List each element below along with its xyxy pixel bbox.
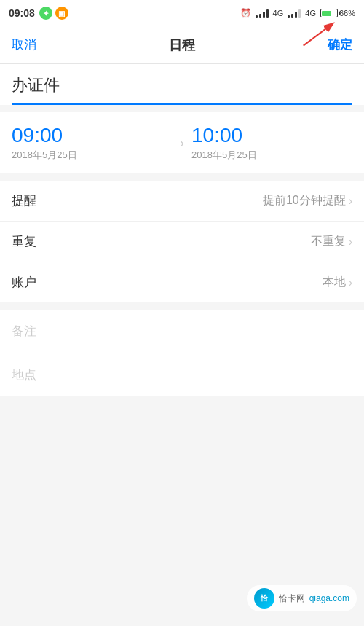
location-row[interactable]: 地点: [0, 353, 364, 396]
status-bar: 09:08 ✦ ▣ ⏰ 4G 4G 66%: [0, 0, 364, 26]
cancel-button[interactable]: 取消: [12, 36, 36, 53]
network-2g: 4G: [305, 9, 316, 17]
repeat-value-container: 不重复 ›: [311, 234, 352, 249]
start-time-block[interactable]: 09:00 2018年5月25日: [12, 124, 173, 162]
placeholder-section: 备注 地点: [0, 310, 364, 396]
watermark: 恰 恰卡网 qiaga.com: [247, 585, 357, 611]
end-time-value: 10:00: [191, 124, 352, 147]
status-icons: ✦ ▣: [39, 7, 68, 20]
reminder-row[interactable]: 提醒 提前10分钟提醒 ›: [0, 181, 364, 222]
battery: 66%: [320, 9, 355, 17]
time-display: 09:08: [9, 7, 35, 19]
repeat-row[interactable]: 重复 不重复 ›: [0, 222, 364, 262]
watermark-logo-text: 恰: [261, 593, 268, 603]
icon-green: ✦: [39, 7, 52, 20]
time-arrow-icon: ›: [173, 136, 191, 151]
icon-orange: ▣: [55, 7, 68, 20]
location-placeholder: 地点: [12, 368, 36, 382]
end-time-block[interactable]: 10:00 2018年5月25日: [191, 124, 352, 162]
repeat-value: 不重复: [311, 234, 346, 249]
signal-bars: [256, 8, 269, 18]
reminder-label: 提醒: [12, 192, 36, 209]
reminder-chevron-icon: ›: [349, 195, 352, 208]
account-value: 本地: [323, 275, 346, 290]
account-chevron-icon: ›: [349, 276, 352, 289]
start-time-date: 2018年5月25日: [12, 149, 173, 162]
end-time-date: 2018年5月25日: [191, 149, 352, 162]
signal-bars-2: [288, 8, 301, 18]
watermark-domain: 恰卡网: [279, 592, 305, 605]
confirm-button[interactable]: 确定: [328, 36, 352, 53]
title-section: [0, 64, 364, 105]
time-section: 09:00 2018年5月25日 › 10:00 2018年5月25日: [0, 112, 364, 173]
event-title-input[interactable]: [12, 76, 352, 105]
account-row[interactable]: 账户 本地 ›: [0, 262, 364, 302]
start-time-value: 09:00: [12, 124, 173, 147]
repeat-label: 重复: [12, 233, 36, 250]
notes-placeholder: 备注: [12, 324, 36, 338]
account-value-container: 本地 ›: [323, 275, 352, 290]
reminder-value-container: 提前10分钟提醒 ›: [263, 193, 352, 208]
status-time: 09:08 ✦ ▣: [9, 7, 68, 20]
settings-section: 提醒 提前10分钟提醒 › 重复 不重复 › 账户 本地 ›: [0, 181, 364, 302]
watermark-url: qiaga.com: [309, 593, 349, 603]
nav-bar-container: 取消 日程 确定: [0, 26, 364, 64]
page-title: 日程: [169, 36, 195, 54]
network-4g: 4G: [273, 9, 284, 17]
account-label: 账户: [12, 274, 36, 291]
alarm-icon: ⏰: [240, 8, 251, 18]
watermark-logo: 恰: [254, 588, 274, 609]
notes-row[interactable]: 备注: [0, 310, 364, 353]
reminder-value: 提前10分钟提醒: [263, 193, 346, 208]
repeat-chevron-icon: ›: [349, 235, 352, 249]
nav-bar: 取消 日程 确定: [0, 26, 364, 64]
battery-percent: 66%: [339, 9, 355, 17]
status-right: ⏰ 4G 4G 66%: [240, 8, 355, 18]
